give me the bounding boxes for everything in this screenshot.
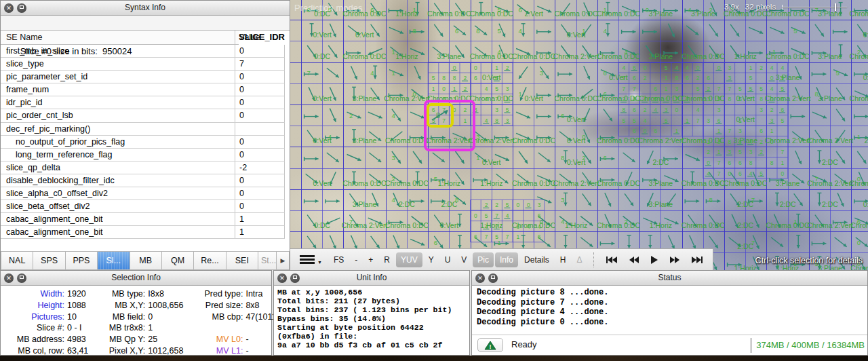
syntax-row[interactable]: slice_type7: [1, 58, 285, 71]
toolbar-button-y[interactable]: Y: [424, 252, 439, 267]
svg-text:4: 4: [603, 27, 606, 35]
svg-text:3:Plane: 3:Plane: [353, 94, 377, 102]
tab-sps[interactable]: SPS: [33, 251, 65, 270]
svg-text:3: 3: [749, 149, 753, 155]
svg-text:Chroma 0:DC: Chroma 0:DC: [724, 10, 768, 18]
syntax-row[interactable]: no_output_of_prior_pics_flag0: [1, 136, 285, 149]
close-icon[interactable]: ✕: [4, 3, 14, 13]
macroblock-overlay: 5163803770813022210634441657382315347728…: [290, 0, 868, 270]
svg-text:1:Horiz: 1:Horiz: [438, 179, 460, 187]
selection-info-row: MB tr8x8:1: [88, 322, 183, 334]
svg-text:0:Vert: 0:Vert: [524, 94, 543, 102]
svg-text:Chroma 0:DC: Chroma 0:DC: [597, 52, 641, 60]
tab-sei[interactable]: SEI: [226, 251, 258, 270]
tab-overflow-button[interactable]: ▶: [277, 251, 290, 270]
syntax-row[interactable]: cabac_alignment_one_bit1: [1, 213, 285, 226]
svg-text:2:DC: 2:DC: [822, 158, 838, 166]
svg-text:2: 2: [696, 75, 700, 81]
toolbar-button-yuv[interactable]: YUV: [396, 252, 422, 267]
svg-text:8: 8: [749, 159, 753, 166]
svg-text:8: 8: [770, 159, 774, 166]
syntax-row[interactable]: slice_beta_offset_div20: [1, 200, 285, 213]
fast-forward-button[interactable]: [669, 256, 680, 264]
svg-text:3:Plane: 3:Plane: [818, 10, 842, 18]
toolbar-button--[interactable]: -: [350, 252, 362, 267]
svg-text:3:Plane: 3:Plane: [649, 52, 673, 60]
syntax-row[interactable]: long_term_reference_flag0: [1, 149, 285, 162]
tab-sl[interactable]: Sl...: [98, 251, 130, 270]
rewind-button[interactable]: [629, 256, 639, 264]
skip-to-start-button[interactable]: [606, 256, 618, 264]
syntax-row[interactable]: pic_order_cnt_lsb0: [1, 109, 285, 122]
toolbar-buttons: FS-+RYUVYUVPicInfoDetailsHΔ: [329, 252, 587, 267]
syntax-row[interactable]: dec_ref_pic_marking(): [1, 123, 285, 136]
tab-qm[interactable]: QM: [162, 251, 194, 270]
detach-window-icon[interactable]: [17, 273, 26, 283]
tab-st[interactable]: St...: [258, 251, 277, 270]
close-icon[interactable]: ✕: [4, 273, 14, 283]
svg-text:5: 5: [749, 75, 753, 81]
play-button[interactable]: [650, 255, 658, 265]
video-pane[interactable]: 5163803770813022210634441657382315347728…: [290, 0, 868, 270]
svg-text:Chroma 2:Vert: Chroma 2:Vert: [850, 10, 868, 18]
warning-button[interactable]: !: [477, 338, 503, 352]
svg-text:2: 2: [644, 107, 647, 113]
syntax-row[interactable]: frame_num0: [1, 83, 285, 96]
syntax-row[interactable]: disable_deblocking_filter_idc0: [1, 174, 285, 187]
selection-info-row: MB field:0: [88, 311, 183, 323]
unit-panel-title: Unit Info: [357, 273, 387, 282]
svg-text:Chroma 0:DC: Chroma 0:DC: [385, 136, 429, 145]
menu-caret-icon: ▼: [317, 260, 322, 265]
selection-col-3: Pred type:IntraPred size:8x8MB cbp:47(10…: [183, 288, 287, 357]
toolbar-button-h[interactable]: H: [555, 252, 571, 267]
svg-text:6: 6: [561, 112, 564, 119]
toolbar-button-pic[interactable]: Pic: [473, 252, 494, 267]
syntax-row[interactable]: idr_pic_id0: [1, 96, 285, 109]
zoom-slider[interactable]: [782, 3, 847, 11]
toolbar-button-details[interactable]: Details: [519, 252, 554, 267]
svg-text:0: 0: [696, 64, 700, 71]
tab-nal[interactable]: NAL: [1, 251, 33, 270]
tab-mb[interactable]: MB: [130, 251, 162, 270]
svg-text:7: 7: [728, 86, 731, 92]
svg-text:Chroma 0:DC: Chroma 0:DC: [427, 10, 471, 18]
unit-panel-header: ✕ Unit Info: [274, 271, 469, 286]
svg-text:3: 3: [760, 107, 763, 113]
toolbar-button-+[interactable]: +: [363, 252, 378, 267]
detach-window-icon[interactable]: [17, 3, 26, 13]
toolbar-button-v[interactable]: V: [456, 252, 471, 267]
toolbar-button-r[interactable]: R: [379, 252, 395, 267]
svg-text:0: 0: [707, 159, 710, 166]
tab-re[interactable]: Re...: [194, 251, 226, 270]
toolbar-button-info[interactable]: Info: [495, 252, 518, 267]
svg-text:0: 0: [857, 239, 861, 246]
close-icon[interactable]: ✕: [475, 273, 485, 283]
svg-text:3:Plane: 3:Plane: [649, 10, 673, 18]
svg-text:0: 0: [770, 75, 774, 81]
syntax-row[interactable]: first_mb_in_slice0: [1, 45, 285, 58]
detach-window-icon[interactable]: [290, 273, 300, 283]
svg-text:1: 1: [432, 86, 435, 92]
menu-icon[interactable]: [300, 255, 315, 264]
toolbar-button-fs[interactable]: FS: [329, 252, 349, 267]
detach-window-icon[interactable]: [488, 273, 498, 283]
close-icon[interactable]: ✕: [277, 273, 287, 283]
svg-text:7: 7: [495, 212, 498, 219]
syntax-row[interactable]: cabac_alignment_one_bit1: [1, 226, 285, 239]
syntax-row[interactable]: pic_parameter_set_id0: [1, 71, 285, 83]
zoom-slider-handle[interactable]: [835, 3, 836, 11]
tab-pps[interactable]: PPS: [66, 251, 98, 270]
syntax-row[interactable]: slice_alpha_c0_offset_div20: [1, 187, 285, 200]
svg-text:5: 5: [738, 86, 742, 92]
svg-text:1: 1: [717, 128, 721, 134]
svg-text:Chroma 0:DC: Chroma 0:DC: [724, 179, 768, 187]
toolbar-button-u[interactable]: U: [440, 252, 456, 267]
svg-text:!: !: [490, 343, 492, 349]
svg-text:3: 3: [506, 86, 509, 92]
svg-text:Chroma 2:Vert: Chroma 2:Vert: [850, 94, 868, 102]
svg-text:6: 6: [738, 159, 742, 166]
syntax-row[interactable]: slice_qp_delta-2: [1, 162, 285, 174]
skip-to-end-button[interactable]: [691, 256, 703, 264]
toolbar-button-δ[interactable]: Δ: [572, 252, 587, 267]
selected-block-box: 8: [427, 103, 454, 128]
